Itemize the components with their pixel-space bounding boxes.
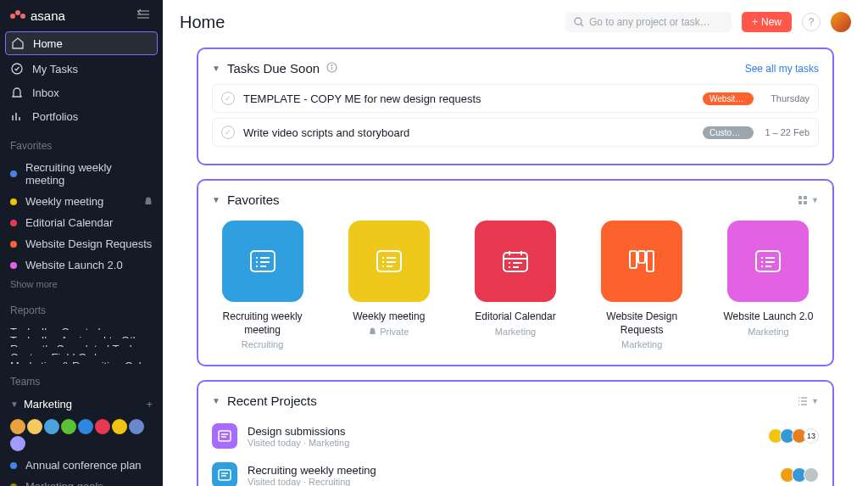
favorite-project-card[interactable]: Editorial Calendar Marketing [465,221,565,349]
member-stack[interactable]: 13 [771,428,819,444]
sidebar-report-item[interactable]: Tasks I've Created [0,321,163,330]
recent-project-row[interactable]: Design submissions Visited today · Marke… [212,416,819,455]
avatar[interactable] [10,419,25,434]
list-icon [218,430,231,442]
avatar[interactable] [27,419,42,434]
team-project-item[interactable]: Annual conference plan [0,455,163,476]
info-icon[interactable] [326,62,337,75]
project-name: Editorial Calendar [475,310,555,324]
project-label: Marketing goals [25,480,103,486]
complete-task-button[interactable]: ✓ [221,92,235,105]
avatar[interactable] [78,419,93,434]
project-name: Website Design Requests [592,310,693,337]
list-icon [376,249,403,273]
sidebar-favorite-item[interactable]: Website Design Requests [0,233,163,254]
sidebar-favorite-item[interactable]: Recruiting weekly meeting [0,157,163,191]
project-tile [222,221,303,302]
avatar[interactable] [112,419,127,434]
sidebar-report-item[interactable]: Tasks I've Assigned to Others [0,330,163,338]
project-tag[interactable]: Website … [703,92,754,105]
see-all-tasks-link[interactable]: See all my tasks [745,63,819,75]
show-more-button[interactable]: Show more [0,276,163,293]
svg-rect-15 [804,201,807,204]
bars-icon [10,109,24,123]
svg-rect-39 [638,251,645,263]
due-date: Thursday [762,93,810,103]
list-icon [754,249,782,273]
bell-icon [10,86,24,99]
project-name: Recruiting weekly meeting [212,310,313,337]
sidebar-report-item[interactable]: Recently Completed Tasks [0,338,163,347]
project-meta: Marketing [621,339,662,349]
avatar[interactable] [95,419,110,434]
main: Home Go to any project or task… +New ? ▼… [163,0,868,486]
project-tag[interactable]: Custome… [703,126,754,139]
task-row[interactable]: ✓ TEMPLATE - COPY ME for new design requ… [212,84,819,113]
sidebar-report-item[interactable]: Custom Field Order [0,347,163,355]
svg-rect-12 [798,196,802,199]
svg-rect-13 [804,196,807,199]
svg-rect-38 [630,251,637,268]
project-dot-icon [10,483,17,487]
chevron-down-icon[interactable]: ▼ [212,64,220,73]
nav-my-tasks[interactable]: My Tasks [0,57,163,81]
due-date: 1 – 22 Feb [762,127,810,137]
user-avatar[interactable] [831,12,851,32]
nav-home[interactable]: Home [5,31,158,55]
lock-icon [144,195,153,208]
sidebar-report-item[interactable]: Marketing & Recruiting Collab… [0,355,163,364]
complete-task-button[interactable]: ✓ [221,126,235,139]
home-icon [11,36,25,50]
view-toggle[interactable]: ▼ [798,396,819,406]
page-title: Home [180,13,225,32]
favorite-label: Website Design Requests [25,237,152,250]
task-name: Write video scripts and storyboard [243,126,694,139]
help-button[interactable]: ? [802,13,821,31]
sidebar-favorite-item[interactable]: Website Launch 2.0 [0,254,163,276]
project-meta: Visited today · Recruiting [248,477,773,486]
project-tile [601,221,682,302]
search-placeholder: Go to any project or task… [589,16,710,28]
sidebar-favorite-item[interactable]: Editorial Calendar [0,212,163,233]
sidebar-favorite-item[interactable]: Weekly meeting [0,191,163,212]
avatar[interactable] [129,419,144,434]
avatar [804,467,819,483]
task-name: TEMPLATE - COPY ME for new design reques… [243,92,694,105]
avatar[interactable] [61,419,76,434]
recent-project-row[interactable]: Recruiting weekly meeting Visited today … [212,455,819,486]
project-tile [212,462,237,486]
tasks-due-soon-card: ▼ Tasks Due Soon See all my tasks ✓ TEMP… [197,47,834,165]
avatar[interactable] [44,419,59,434]
calendar-icon [502,249,529,273]
view-toggle[interactable]: ▼ [798,195,819,205]
lock-icon [369,327,376,335]
svg-rect-57 [219,470,231,480]
favorite-project-card[interactable]: Website Design Requests Marketing [592,221,693,349]
team-project-item[interactable]: Marketing goals [0,476,163,486]
chevron-down-icon[interactable]: ▼ [212,396,220,405]
recent-projects-card: ▼ Recent Projects ▼ Design submissions V… [197,380,834,486]
nav-inbox[interactable]: Inbox [0,81,163,104]
chevron-down-icon[interactable]: ▼ [212,195,220,204]
project-dot-icon [10,220,17,226]
avatar[interactable] [10,436,25,451]
nav-label: Portfolios [32,110,78,123]
favorite-project-card[interactable]: Website Launch 2.0 Marketing [718,221,819,349]
check-circle-icon [10,62,24,75]
svg-point-7 [575,18,581,25]
new-button[interactable]: +New [742,12,792,32]
task-row[interactable]: ✓ Write video scripts and storyboard Cus… [212,118,819,147]
svg-rect-40 [647,251,654,271]
favorite-project-card[interactable]: Weekly meeting Private [338,221,439,349]
project-dot-icon [10,170,17,177]
add-team-button[interactable]: + [146,398,153,411]
favorite-label: Website Launch 2.0 [25,259,123,271]
search-input[interactable]: Go to any project or task… [565,12,732,32]
member-stack[interactable] [783,467,819,483]
collapse-sidebar-button[interactable] [132,7,154,25]
team-row[interactable]: ▼ Marketing + [0,393,163,416]
favorite-project-card[interactable]: Recruiting weekly meeting Recruiting [212,221,313,349]
sidebar: asana Home My Tasks Inbox Portfolios Fav… [0,0,163,486]
sidebar-heading-favorites: Favorites [0,128,163,157]
nav-portfolios[interactable]: Portfolios [0,104,163,128]
